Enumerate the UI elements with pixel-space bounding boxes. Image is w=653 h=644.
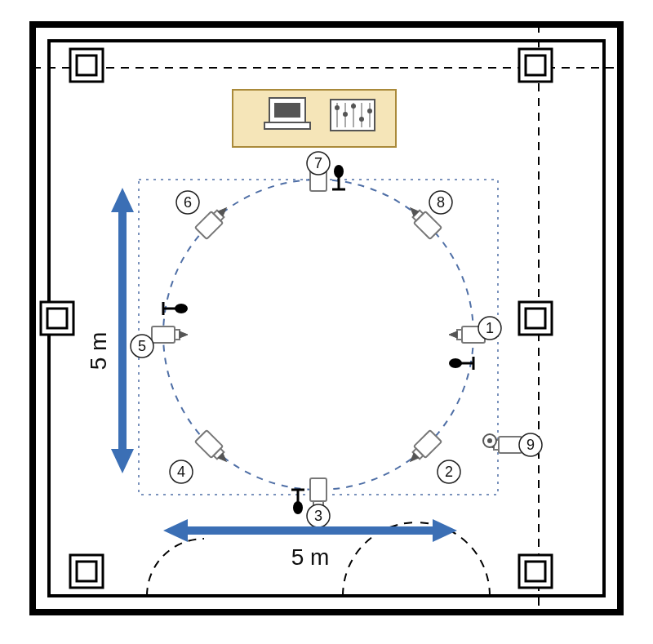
position-label-8: 8 [429,191,452,214]
svg-text:3: 3 [314,508,322,524]
position-label-4: 4 [170,460,193,483]
svg-marker-61 [163,519,188,542]
laptop-icon [264,98,310,129]
svg-marker-66 [111,449,134,473]
camera-9 [483,434,522,453]
position-label-5: 5 [131,335,153,358]
control-desk [233,90,396,147]
dimension-vertical: 5 m [86,188,135,473]
position-label-9: 9 [519,433,542,456]
capture-area-square [139,180,498,495]
svg-point-41 [487,438,492,443]
svg-point-31 [351,104,356,109]
audio-mixer-icon [331,100,375,131]
camera-4 [195,430,232,467]
camera-6 [195,202,232,239]
svg-rect-15 [526,562,545,581]
svg-text:4: 4 [177,464,185,480]
svg-text:5: 5 [138,338,146,354]
svg-text:7: 7 [314,155,322,171]
floor-plan-diagram: 1 2 3 4 5 6 7 8 9 5 m [0,0,653,644]
svg-text:1: 1 [486,320,494,336]
svg-marker-65 [111,188,134,212]
svg-rect-22 [274,103,300,118]
dimension-horizontal: 5 m [163,519,457,570]
microphone-top [332,165,345,189]
svg-text:6: 6 [184,194,192,211]
svg-point-29 [335,105,340,110]
microphone-bottom [291,490,304,514]
svg-text:5 m: 5 m [86,332,111,371]
svg-rect-21 [264,122,310,129]
camera-2 [405,430,442,467]
svg-rect-11 [526,309,545,328]
svg-rect-13 [77,562,96,581]
svg-rect-7 [526,56,545,75]
microphone-left [163,302,188,315]
svg-rect-9 [47,309,67,328]
position-label-3: 3 [307,504,330,527]
svg-rect-5 [77,56,96,75]
svg-text:2: 2 [445,464,453,480]
svg-text:5 m: 5 m [291,544,330,570]
svg-text:8: 8 [437,194,445,211]
microphone-right [449,357,473,370]
svg-text:9: 9 [526,437,535,453]
position-label-7: 7 [307,152,330,175]
svg-point-33 [367,109,372,113]
svg-point-32 [359,117,364,122]
position-label-2: 2 [438,460,460,483]
svg-point-30 [343,112,348,117]
camera-5 [152,326,188,343]
svg-marker-62 [433,519,457,542]
position-label-1: 1 [478,317,501,340]
position-label-6: 6 [176,191,199,214]
